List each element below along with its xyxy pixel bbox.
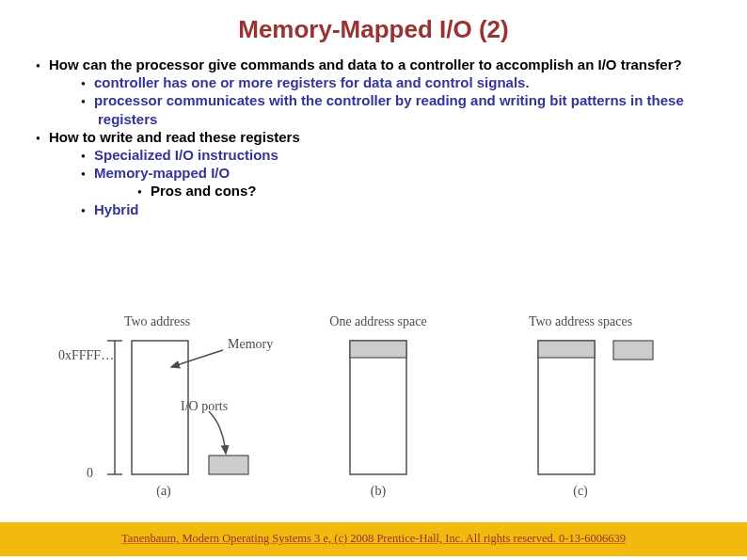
subcaption-a: (a) [156,484,171,499]
subcaption-b: (b) [371,484,387,499]
label-zero: 0 [87,466,93,480]
label-one-address-space: One address space [329,314,426,328]
label-two-address-spaces: Two address spaces [529,314,632,328]
subfigure-a: Memory I/O ports (a) [107,337,273,499]
label-hex-max: 0xFFFF… [58,348,114,362]
io-region-b [350,341,406,358]
subfigure-b: (b) [350,341,406,499]
bullet-specialized-io: Specialized I/O instructions [98,146,721,164]
bullet-memory-mapped-io: Memory-mapped I/O Pros and cons? [98,164,721,200]
svg-rect-3 [132,341,188,474]
label-memory: Memory [228,337,273,351]
bullet-processor-communicates: processor communicates with the controll… [98,91,721,127]
label-two-address: Two address [124,314,190,328]
subcaption-c: (c) [573,484,588,499]
slide-title: Memory-Mapped I/O (2) [0,0,747,44]
slide: Memory-Mapped I/O (2) How can the proces… [0,0,747,560]
bullet-question-commands: How can the processor give commands and … [53,56,721,128]
slide-body: How can the processor give commands and … [0,44,747,218]
io-ports-box-c [613,341,653,360]
io-region-c-top [538,341,595,358]
bullet-pros-cons: Pros and cons? [154,182,721,200]
footer-citation: Tanenbaum, Modern Operating Systems 3 e,… [0,522,747,546]
bullet-hybrid: Hybrid [98,200,721,218]
footer-bar: Tanenbaum, Modern Operating Systems 3 e,… [0,522,747,556]
io-ports-box-a [209,456,248,474]
svg-rect-4 [350,341,406,474]
label-io-ports: I/O ports [181,399,228,413]
address-space-figure: Two address One address space Two addres… [58,312,698,501]
bullet-how-write-read: How to write and read these registers Sp… [53,128,721,218]
bullet-controller-registers: controller has one or more registers for… [98,73,721,91]
subfigure-c: (c) [538,341,653,499]
svg-rect-5 [538,341,595,474]
